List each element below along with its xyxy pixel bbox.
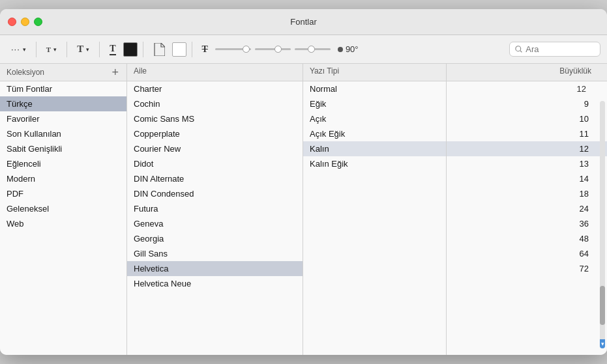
font-size-chevron-icon: ▾ bbox=[53, 46, 57, 53]
size-scrollbar[interactable]: ▾ bbox=[600, 101, 605, 348]
typeface-list: NormalEğikAçıkAçık EğikKalınKalın Eğik bbox=[303, 81, 446, 355]
strikethrough-icon: T bbox=[202, 44, 208, 55]
size-item[interactable]: 11 bbox=[447, 126, 607, 141]
collection-item[interactable]: Tüm Fontlar bbox=[0, 81, 126, 96]
slider-3[interactable] bbox=[295, 48, 331, 50]
collection-item[interactable]: Modern bbox=[0, 171, 126, 186]
page-icon bbox=[153, 43, 165, 56]
collection-list: Tüm FontlarTürkçeFavorilerSon Kullanılan… bbox=[0, 81, 126, 355]
size-item[interactable]: 36 bbox=[447, 216, 607, 231]
search-box[interactable] bbox=[509, 42, 600, 57]
collection-item[interactable]: Türkçe bbox=[0, 96, 126, 111]
separator-3 bbox=[99, 42, 100, 57]
typeface-item[interactable]: Kalın bbox=[303, 141, 446, 156]
family-item[interactable]: Futura bbox=[127, 201, 303, 216]
family-column: CharterCochinComic Sans MSCopperplateCou… bbox=[127, 81, 303, 355]
font-style-chevron-icon: ▾ bbox=[86, 46, 89, 53]
main-content: Tüm FontlarTürkçeFavorilerSon Kullanılan… bbox=[0, 81, 607, 355]
size-item[interactable]: 48 bbox=[447, 231, 607, 246]
family-list: CharterCochinComic Sans MSCopperplateCou… bbox=[127, 81, 303, 355]
size-current-value: 12 bbox=[447, 81, 607, 96]
doc-color-swatch[interactable] bbox=[172, 42, 186, 57]
underline-t-icon: T bbox=[110, 44, 115, 55]
size-scroll-down-arrow[interactable]: ▾ bbox=[600, 339, 605, 348]
collection-item[interactable]: Web bbox=[0, 216, 126, 231]
maximize-button[interactable] bbox=[34, 18, 42, 26]
typeface-header: Yazı Tipi bbox=[303, 64, 447, 81]
degree-button[interactable]: 90° bbox=[333, 42, 363, 57]
size-item[interactable]: 13 bbox=[447, 156, 607, 171]
font-size-button[interactable]: T ▾ bbox=[42, 43, 61, 56]
collection-column: Tüm FontlarTürkçeFavorilerSon Kullanılan… bbox=[0, 81, 127, 355]
collection-header: Koleksiyon + bbox=[0, 64, 127, 81]
family-item[interactable]: Courier New bbox=[127, 141, 303, 156]
family-item[interactable]: Comic Sans MS bbox=[127, 111, 303, 126]
collection-item[interactable]: PDF bbox=[0, 186, 126, 201]
family-item[interactable]: DIN Condensed bbox=[127, 186, 303, 201]
family-item[interactable]: Didot bbox=[127, 156, 303, 171]
typeface-item[interactable]: Açık Eğik bbox=[303, 126, 446, 141]
titlebar: Fontlar bbox=[0, 9, 607, 35]
search-input[interactable] bbox=[526, 44, 595, 54]
size-item[interactable]: 14 bbox=[447, 171, 607, 186]
separator-5 bbox=[192, 42, 192, 57]
text-underline-button[interactable]: T bbox=[105, 41, 120, 58]
size-item[interactable]: 72 bbox=[447, 261, 607, 276]
size-item[interactable]: 9 bbox=[447, 96, 607, 111]
family-item[interactable]: Helvetica Neue bbox=[127, 276, 303, 291]
collection-item[interactable]: Sabit Genişlikli bbox=[0, 141, 126, 156]
typeface-item[interactable]: Normal bbox=[303, 81, 446, 96]
slider-2[interactable] bbox=[255, 48, 291, 50]
slider-1[interactable] bbox=[215, 48, 251, 50]
collection-item[interactable]: Favoriler bbox=[0, 111, 126, 126]
collection-item[interactable]: Eğlenceli bbox=[0, 156, 126, 171]
family-item[interactable]: Charter bbox=[127, 81, 303, 96]
family-item[interactable]: Helvetica bbox=[127, 261, 303, 276]
close-button[interactable] bbox=[8, 18, 16, 26]
family-item[interactable]: Geneva bbox=[127, 216, 303, 231]
toolbar: ··· ▾ T ▾ T ▾ T bbox=[0, 35, 607, 64]
size-item[interactable]: 18 bbox=[447, 186, 607, 201]
degree-dot-icon bbox=[338, 47, 343, 52]
typeface-item[interactable]: Kalın Eğik bbox=[303, 156, 446, 171]
traffic-lights bbox=[8, 18, 42, 26]
minimize-button[interactable] bbox=[21, 18, 29, 26]
svg-line-1 bbox=[520, 51, 522, 53]
font-style-button[interactable]: T ▾ bbox=[72, 41, 94, 57]
size-header: Büyüklük bbox=[447, 64, 607, 81]
size-scrollbar-thumb[interactable] bbox=[600, 286, 605, 325]
svg-point-0 bbox=[516, 46, 521, 51]
family-item[interactable]: Copperplate bbox=[127, 126, 303, 141]
family-item[interactable]: Georgia bbox=[127, 231, 303, 246]
doc-background-button[interactable] bbox=[149, 40, 170, 59]
family-item[interactable]: Gill Sans bbox=[127, 246, 303, 261]
size-item[interactable]: 24 bbox=[447, 201, 607, 216]
add-collection-button[interactable]: + bbox=[110, 66, 120, 78]
font-small-icon: T bbox=[46, 46, 51, 53]
size-list: 91011121314182436486472 bbox=[447, 96, 607, 355]
separator-4 bbox=[143, 42, 143, 57]
strikethrough-button[interactable]: T bbox=[198, 42, 213, 57]
fonts-window: Fontlar ··· ▾ T ▾ T ▾ T bbox=[0, 9, 607, 355]
typeface-item[interactable]: Açık bbox=[303, 111, 446, 126]
text-color-swatch[interactable] bbox=[123, 42, 138, 57]
size-item[interactable]: 10 bbox=[447, 111, 607, 126]
search-icon bbox=[515, 45, 522, 53]
window-title: Fontlar bbox=[290, 17, 316, 27]
size-item[interactable]: 64 bbox=[447, 246, 607, 261]
typeface-column: NormalEğikAçıkAçık EğikKalınKalın Eğik bbox=[303, 81, 447, 355]
column-headers: Koleksiyon + Aile Yazı Tipi Büyüklük bbox=[0, 64, 607, 81]
actions-button[interactable]: ··· ▾ bbox=[7, 42, 31, 57]
size-column: 12 91011121314182436486472 ▾ bbox=[447, 81, 607, 355]
family-header: Aile bbox=[127, 64, 303, 81]
separator-2 bbox=[67, 42, 67, 57]
actions-chevron-icon: ▾ bbox=[23, 46, 26, 53]
family-item[interactable]: Cochin bbox=[127, 96, 303, 111]
typeface-item[interactable]: Eğik bbox=[303, 96, 446, 111]
collection-item[interactable]: Son Kullanılan bbox=[0, 126, 126, 141]
collection-item[interactable]: Geleneksel bbox=[0, 201, 126, 216]
sliders-group bbox=[215, 48, 331, 50]
font-style-t-icon: T bbox=[77, 44, 83, 55]
family-item[interactable]: DIN Alternate bbox=[127, 171, 303, 186]
size-item[interactable]: 12 bbox=[447, 141, 607, 156]
